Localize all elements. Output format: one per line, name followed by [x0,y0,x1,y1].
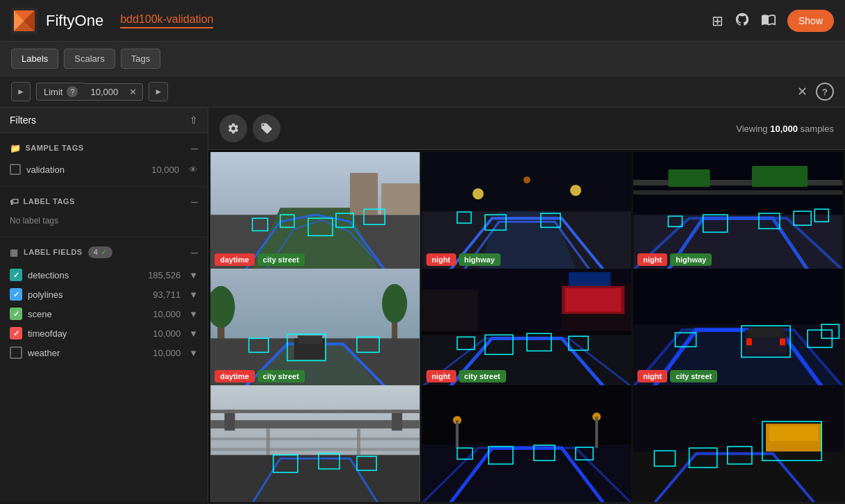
badge-check-icon: ✓ [101,248,107,257]
label-fields-collapse-icon[interactable]: – [191,246,198,258]
field-row-detections: ✓ detections 185,526 ▼ [10,265,198,285]
scene-count: 10,000 [153,309,181,319]
scene-chevron-icon[interactable]: ▼ [189,309,198,319]
docs-icon[interactable] [761,12,776,29]
polylines-check-icon: ✓ [13,290,19,299]
sample-tags-title: 📁 SAMPLE TAGS [10,143,84,153]
logo-text: FiftyOne [46,12,103,30]
grid-item-1-tags: daytime city street [215,253,305,266]
tag-highway-2: highway [459,253,501,266]
tag-night-6: night [637,370,667,383]
polylines-color-check[interactable]: ✓ [10,288,22,301]
weather-checkbox[interactable] [10,346,22,359]
svg-rect-26 [634,190,843,194]
timeofday-count: 10,000 [153,328,181,339]
limit-text: Limit [44,87,62,97]
grid-item-2[interactable]: night highway [422,152,632,270]
grid-item-1[interactable]: daytime city street [210,152,420,270]
label-tags-collapse-icon[interactable]: – [191,195,198,208]
detections-chevron-icon[interactable]: ▼ [189,270,198,280]
tag-citystreet-6: city street [670,370,717,383]
grid-item-3-tags: night highway [637,253,712,266]
grid-item-7[interactable] [210,385,420,502]
label-fields-title: LABEL FIELDS [24,248,83,256]
weather-chevron-icon[interactable]: ▼ [189,348,198,358]
svg-rect-43 [298,335,322,344]
svg-point-39 [382,284,407,323]
content-header: Viewing 10,000 samples [208,108,845,150]
sample-tags-section: 📁 SAMPLE TAGS – validation 10,000 👁 [0,133,208,187]
svg-point-20 [523,176,530,183]
limit-help-icon[interactable]: ? [67,86,78,97]
weather-field-name: weather [28,348,147,358]
grid-item-6[interactable]: night city street [633,269,843,387]
tag-daytime-4: daytime [215,370,255,383]
tag-daytime-1: daytime [215,253,255,266]
settings-action-btn[interactable] [219,115,247,142]
toolbar: Labels Scalars Tags [0,42,845,76]
github-icon[interactable] [735,12,750,29]
grid-item-3[interactable]: night highway [633,152,843,270]
grid-item-5[interactable]: night city street [422,269,632,387]
label-tags-title: 🏷 LABEL TAGS [10,196,75,207]
label-fields-title-group: ▦ LABEL FIELDS 4 ✓ [10,246,112,258]
viewing-suffix: samples [798,124,834,134]
grid-item-8[interactable] [422,385,632,502]
timeofday-chevron-icon[interactable]: ▼ [189,328,198,339]
scene-check-icon: ✓ [13,310,19,319]
scalars-tab[interactable]: Scalars [64,49,115,69]
slack-icon[interactable]: ⊞ [712,12,723,29]
grid-item-5-tags: night city street [426,370,506,383]
polylines-chevron-icon[interactable]: ▼ [189,289,198,300]
tag-citystreet-5: city street [459,370,506,383]
field-row-timeofday: ✓ timeofday 10,000 ▼ [10,324,198,343]
svg-rect-74 [210,410,419,413]
svg-rect-78 [210,448,419,451]
limit-clear-btn[interactable]: ✕ [124,83,143,101]
validation-checkbox[interactable] [10,164,21,175]
svg-rect-8 [350,173,378,215]
svg-rect-63 [748,327,783,337]
svg-rect-71 [210,420,419,428]
labels-tab[interactable]: Labels [11,49,58,69]
tag-night-3: night [637,253,667,266]
field-row-scene: ✓ scene 10,000 ▼ [10,304,198,324]
sidebar: Filters ⇧ 📁 SAMPLE TAGS – validation 10,… [0,108,208,502]
filter-close-btn[interactable]: ✕ [797,84,808,99]
main-layout: Filters ⇧ 📁 SAMPLE TAGS – validation 10,… [0,108,845,502]
svg-rect-79 [210,455,419,502]
timeofday-field-name: timeofday [28,328,147,339]
svg-rect-65 [780,338,785,345]
field-row-polylines: ✓ polylines 93,711 ▼ [10,285,198,304]
tag-highway-3: highway [670,253,712,266]
timeofday-check-icon: ✓ [13,329,19,338]
header-actions: ⊞ Show [712,10,834,32]
label-fields-section: ▦ LABEL FIELDS 4 ✓ – ✓ detections 185,52… [0,237,208,371]
svg-rect-28 [669,169,710,187]
filter-bar-right: ✕ ? [797,83,834,101]
detections-color-check[interactable]: ✓ [10,269,22,281]
dataset-name[interactable]: bdd100k-validation [120,13,213,28]
label-fields-badge[interactable]: 4 ✓ [88,246,112,258]
grid-item-4[interactable]: daytime city street [210,269,420,387]
scene-color-check[interactable]: ✓ [10,308,22,320]
limit-value: 10,000 [85,83,124,101]
filters-title: Filters [10,115,36,126]
svg-rect-88 [595,417,598,448]
logo[interactable]: FiftyOne [11,8,103,34]
filter-next-btn[interactable]: ► [149,82,168,101]
tag-action-btn[interactable] [253,115,281,142]
tags-tab[interactable]: Tags [121,49,160,69]
filter-help-btn[interactable]: ? [816,83,834,101]
field-row-weather: weather 10,000 ▼ [10,343,198,362]
svg-rect-27 [752,166,808,187]
filters-chevron-icon[interactable]: ⇧ [190,115,198,126]
image-grid: daytime city street [208,150,845,502]
grid-item-9[interactable] [633,385,843,502]
validation-eye-icon[interactable]: 👁 [189,165,198,175]
filter-collapse-btn[interactable]: ► [11,82,31,101]
tag-icon [260,122,273,135]
show-button[interactable]: Show [787,10,834,32]
timeofday-color-check[interactable]: ✓ [10,327,22,339]
sample-tags-collapse-icon[interactable]: – [191,142,198,154]
